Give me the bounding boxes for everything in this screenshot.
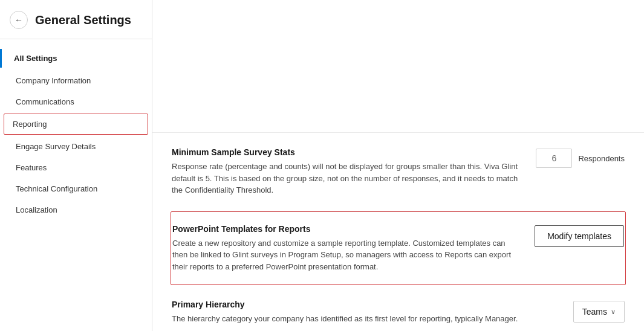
sidebar-item-engage-survey-details[interactable]: Engage Survey Details — [0, 136, 152, 157]
modify-templates-button[interactable]: Modify templates — [535, 225, 624, 247]
minimum-sample-control: Respondents — [536, 147, 625, 168]
primary-hierarchy-text: Primary Hierarchy The hierarchy category… — [172, 300, 559, 325]
sidebar-item-localization[interactable]: Localization — [0, 199, 152, 220]
sidebar-item-technical-configuration[interactable]: Technical Configuration — [0, 178, 152, 199]
respondents-input[interactable] — [536, 149, 572, 168]
respondents-label: Respondents — [578, 154, 625, 163]
powerpoint-text: PowerPoint Templates for Reports Create … — [172, 224, 520, 273]
primary-hierarchy-section: Primary Hierarchy The hierarchy category… — [172, 285, 625, 331]
sidebar-item-features[interactable]: Features — [0, 157, 152, 178]
teams-label: Teams — [582, 307, 607, 317]
powerpoint-row: PowerPoint Templates for Reports Create … — [171, 224, 625, 273]
back-button[interactable]: ← — [10, 11, 28, 29]
sidebar-item-communications[interactable]: Communications — [0, 91, 152, 112]
content-area: Minimum Sample Survey Stats Response rat… — [152, 133, 644, 331]
powerpoint-control: Modify templates — [535, 224, 624, 247]
powerpoint-description: Create a new repository and customize a … — [172, 237, 520, 273]
primary-hierarchy-title: Primary Hierarchy — [172, 300, 559, 309]
powerpoint-title: PowerPoint Templates for Reports — [172, 224, 520, 234]
teams-dropdown[interactable]: Teams ∨ — [573, 301, 625, 323]
minimum-sample-text: Minimum Sample Survey Stats Response rat… — [172, 147, 521, 196]
sidebar-title: General Settings — [35, 13, 131, 27]
minimum-sample-title: Minimum Sample Survey Stats — [172, 147, 521, 157]
powerpoint-section: PowerPoint Templates for Reports Create … — [171, 211, 626, 286]
minimum-sample-row: Minimum Sample Survey Stats Response rat… — [172, 147, 625, 196]
chevron-down-icon: ∨ — [611, 308, 616, 316]
sidebar-item-company-information[interactable]: Company Information — [0, 70, 152, 91]
sidebar: ← General Settings All Settings Company … — [0, 0, 152, 331]
minimum-sample-section: Minimum Sample Survey Stats Response rat… — [172, 133, 625, 211]
sidebar-nav: All Settings Company Information Communi… — [0, 39, 152, 230]
top-spacer — [152, 0, 644, 133]
sidebar-header: ← General Settings — [0, 0, 152, 39]
primary-hierarchy-control: Teams ∨ — [573, 300, 625, 323]
primary-hierarchy-description: The hierarchy category your company has … — [172, 313, 547, 325]
main-content: Minimum Sample Survey Stats Response rat… — [152, 0, 644, 331]
sidebar-item-reporting[interactable]: Reporting — [4, 114, 148, 135]
sidebar-section-all-settings[interactable]: All Settings — [0, 49, 152, 68]
minimum-sample-description: Response rate (percentage and counts) wi… — [172, 161, 521, 196]
primary-hierarchy-row: Primary Hierarchy The hierarchy category… — [172, 300, 625, 325]
